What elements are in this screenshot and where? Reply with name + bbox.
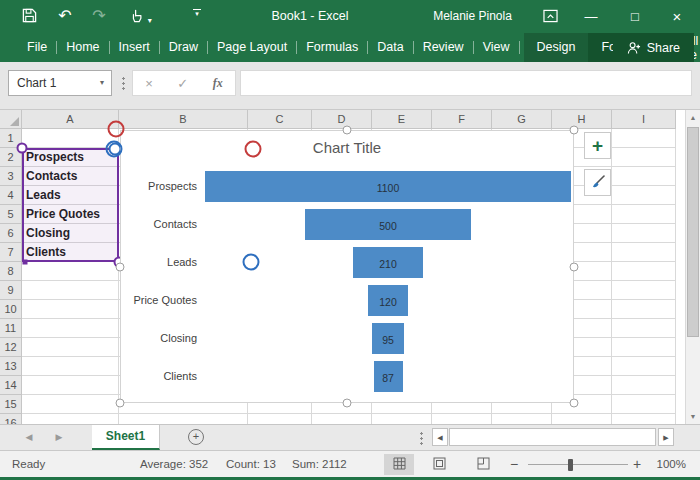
row-header-8[interactable]: 8: [0, 262, 22, 281]
chart-styles-button[interactable]: [584, 169, 611, 196]
data-label: 500: [379, 220, 397, 232]
touch-mode-icon: [130, 9, 143, 23]
funnel-bar-clients[interactable]: 87: [374, 361, 403, 392]
maximize-button[interactable]: □: [622, 0, 648, 33]
funnel-bar-price-quotes[interactable]: 120: [368, 285, 408, 316]
chevron-down-icon: ▾: [192, 11, 202, 17]
zoom-out-button[interactable]: −: [510, 451, 518, 477]
funnel-bar-leads[interactable]: 210: [353, 247, 423, 278]
zoom-slider-handle[interactable]: [568, 459, 573, 471]
chart-elements-button[interactable]: +: [584, 132, 611, 159]
funnel-chart[interactable]: Chart Title Prospects1100Contacts500Lead…: [120, 130, 574, 403]
ribbon-tab-design[interactable]: Design: [524, 33, 589, 62]
chart-handle-top[interactable]: [343, 126, 352, 135]
account-user-name[interactable]: Melanie Pinola: [425, 0, 520, 33]
ribbon-tab-page-layout[interactable]: Page Layout: [208, 33, 296, 62]
zoom-in-button[interactable]: +: [633, 451, 641, 477]
share-person-icon: [627, 41, 641, 55]
chart-handle-bottom-left[interactable]: [116, 399, 125, 408]
chart-handle-bottom[interactable]: [343, 399, 352, 408]
zoom-slider-track[interactable]: [528, 464, 628, 465]
row-header-13[interactable]: 13: [0, 357, 22, 376]
funnel-bar-contacts[interactable]: 500: [305, 209, 471, 240]
scroll-up-button[interactable]: ▲: [686, 110, 700, 125]
column-header-A[interactable]: A: [22, 110, 119, 129]
name-box[interactable]: Chart 1 ▾: [8, 70, 112, 96]
minimize-button[interactable]: —: [578, 0, 604, 33]
column-header-I[interactable]: I: [612, 110, 676, 129]
column-header-E[interactable]: E: [372, 110, 432, 129]
chart-handle-top-right[interactable]: [570, 126, 579, 135]
sheet-tab-sheet1[interactable]: Sheet1: [92, 425, 160, 450]
row-header-12[interactable]: 12: [0, 338, 22, 357]
range-handle-top-left[interactable]: [17, 143, 28, 154]
cancel-entry-button[interactable]: ×: [145, 76, 153, 91]
ribbon-tab-draw[interactable]: Draw: [160, 33, 207, 62]
sheet-nav-right-button[interactable]: ▶: [50, 425, 68, 450]
vertical-scrollbar-thumb[interactable]: [687, 127, 699, 337]
vertical-scrollbar[interactable]: ▲ ▼: [685, 110, 700, 424]
ribbon-main-tabs: FileHomeInsertDrawPage LayoutFormulasDat…: [18, 33, 520, 62]
ribbon-display-options-button[interactable]: [538, 5, 562, 27]
customize-quick-access-button[interactable]: ▾: [192, 9, 202, 17]
row-header-10[interactable]: 10: [0, 300, 22, 319]
funnel-bar-prospects[interactable]: 1100: [205, 171, 571, 202]
touch-mode-button[interactable]: ▾: [126, 5, 156, 27]
row-header-16[interactable]: 16: [0, 414, 22, 424]
ribbon-tab-view[interactable]: View: [474, 33, 519, 62]
save-button[interactable]: [18, 5, 40, 27]
close-button[interactable]: ×: [664, 0, 690, 33]
chart-handle-left[interactable]: [116, 263, 125, 272]
row-header-6[interactable]: 6: [0, 224, 22, 243]
formula-input[interactable]: [240, 70, 692, 96]
enter-entry-button[interactable]: ✓: [177, 76, 188, 91]
column-header-D[interactable]: D: [312, 110, 372, 129]
column-header-F[interactable]: F: [432, 110, 492, 129]
worksheet-grid: ABCDEFGHI 12345678910111213141516 Prospe…: [0, 110, 700, 424]
zoom-level[interactable]: 100%: [650, 451, 686, 477]
chart-handle-right[interactable]: [570, 263, 579, 272]
column-header-C[interactable]: C: [248, 110, 312, 129]
new-sheet-button[interactable]: +: [188, 429, 204, 445]
row-header-11[interactable]: 11: [0, 319, 22, 338]
row-header-5[interactable]: 5: [0, 205, 22, 224]
row-header-3[interactable]: 3: [0, 167, 22, 186]
column-header-H[interactable]: H: [552, 110, 612, 129]
row-header-15[interactable]: 15: [0, 395, 22, 414]
insert-function-button[interactable]: fx: [213, 76, 223, 91]
row-header-7[interactable]: 7: [0, 243, 22, 262]
page-layout-view-icon: [433, 457, 446, 470]
formula-bar-splitter[interactable]: [122, 76, 125, 90]
column-header-B[interactable]: B: [119, 110, 248, 129]
select-all-button[interactable]: [0, 110, 22, 129]
tab-scrollbar-splitter[interactable]: [420, 431, 423, 445]
undo-button[interactable]: ↶: [54, 5, 76, 27]
sheet-nav-left-button[interactable]: ◀: [20, 425, 38, 450]
horizontal-scrollbar-thumb[interactable]: [449, 428, 656, 446]
status-average: Average: 352: [140, 451, 208, 477]
ribbon-tab-formulas[interactable]: Formulas: [297, 33, 367, 62]
scroll-left-button[interactable]: ◀: [432, 428, 448, 446]
ribbon-tab-insert[interactable]: Insert: [110, 33, 159, 62]
normal-view-button[interactable]: [384, 454, 414, 475]
ribbon-tab-review[interactable]: Review: [414, 33, 473, 62]
scroll-right-button[interactable]: ▶: [658, 428, 674, 446]
scroll-down-button[interactable]: ▼: [686, 409, 700, 424]
ribbon-tab-file[interactable]: File: [18, 33, 56, 62]
status-sum: Sum: 2112: [292, 451, 347, 477]
chart-category-label: Closing: [121, 329, 197, 347]
row-header-4[interactable]: 4: [0, 186, 22, 205]
row-header-9[interactable]: 9: [0, 281, 22, 300]
range-fill-handle[interactable]: [23, 260, 28, 265]
chart-handle-bottom-right[interactable]: [570, 399, 579, 408]
row-header-14[interactable]: 14: [0, 376, 22, 395]
redo-button[interactable]: ↷: [88, 5, 110, 27]
page-layout-view-button[interactable]: [424, 454, 454, 475]
funnel-bar-closing[interactable]: 95: [372, 323, 404, 354]
ribbon-tab-data[interactable]: Data: [368, 33, 412, 62]
page-break-preview-button[interactable]: [468, 454, 498, 475]
redo-icon: ↷: [92, 7, 105, 24]
ribbon-tab-home[interactable]: Home: [57, 33, 108, 62]
column-header-G[interactable]: G: [492, 110, 552, 129]
share-button[interactable]: Share: [613, 33, 694, 62]
